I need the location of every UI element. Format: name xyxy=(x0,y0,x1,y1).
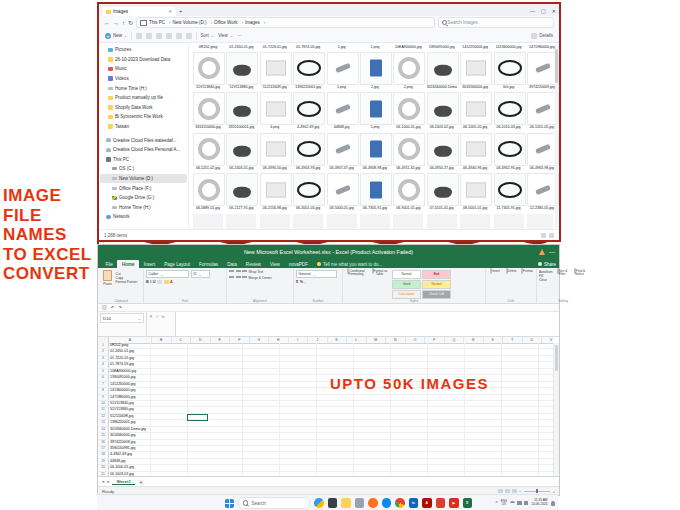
ribbon-tab[interactable]: Home xyxy=(117,260,139,268)
cell-style-chip[interactable]: Normal xyxy=(392,270,421,279)
cell-a-value[interactable]: 1413600000.jpg xyxy=(109,388,152,393)
file-tile[interactable]: 2.jpg xyxy=(360,52,390,90)
cell-a-value[interactable]: 06-1003-02.jpg xyxy=(109,472,152,476)
row-header[interactable] xyxy=(98,420,109,425)
cell-a-value[interactable]: 06-1000-01.jpg xyxy=(109,465,152,470)
ribbon-tab[interactable]: Insert xyxy=(139,260,160,268)
align-right-icon[interactable] xyxy=(242,276,247,280)
next-sheet-icon[interactable]: ▸ xyxy=(107,479,109,484)
row-header[interactable] xyxy=(98,427,109,432)
file-tile[interactable]: 06-2127-91.jpg xyxy=(226,173,256,211)
file-tile[interactable]: 06-3001-05.jpg xyxy=(293,173,323,211)
font-name-select[interactable]: Calibri⌄ xyxy=(146,270,189,278)
share-icon[interactable] xyxy=(176,33,182,39)
font-style-button[interactable]: B xyxy=(146,280,149,284)
number-format-button[interactable]: , xyxy=(305,280,306,284)
row-header[interactable] xyxy=(98,375,109,380)
search-tool-icon[interactable] xyxy=(355,498,365,508)
file-tile[interactable]: 08-0001-01.jpg xyxy=(460,173,490,211)
file-tile[interactable]: 3974220009.jpg xyxy=(527,52,557,90)
nav-arrow-button[interactable]: ↻ xyxy=(128,20,133,26)
ribbon-tab[interactable]: novaPDF xyxy=(284,260,312,268)
file-tile[interactable]: 4.png xyxy=(260,92,290,130)
sidebar-item[interactable]: Home Time (H:) xyxy=(100,83,187,93)
file-tile[interactable]: 07-0101-01.jpg xyxy=(427,173,457,211)
row-header[interactable] xyxy=(98,452,109,457)
file-tile[interactable]: 06-4962-95.jpg xyxy=(494,133,524,171)
ribbon-tab[interactable]: File xyxy=(101,260,117,268)
firefox-icon[interactable] xyxy=(368,498,378,508)
format-cells-button[interactable]: Format xyxy=(520,270,534,273)
file-tile[interactable]: 06-4940-96.jpg xyxy=(460,133,490,171)
rename-icon[interactable] xyxy=(166,33,172,39)
find-select-button[interactable]: Find & Select xyxy=(572,270,588,277)
sidebar-item[interactable]: New Volume (D:) xyxy=(100,174,187,184)
row-header[interactable] xyxy=(98,446,109,451)
format-as-table-button[interactable]: Format as Table xyxy=(369,270,391,277)
breadcrumb-item[interactable]: Images xyxy=(245,20,265,25)
file-tile[interactable]: 51V113880.jpg xyxy=(226,52,256,90)
file-tile[interactable]: 44848.jpg xyxy=(327,92,357,130)
file-tile[interactable]: 06-2156-98.jpg xyxy=(260,173,290,211)
details-button[interactable]: Details xyxy=(531,33,553,39)
acrobat-icon[interactable]: A xyxy=(422,498,432,508)
number-format-select[interactable]: General⌄ xyxy=(296,270,337,278)
adobe-icon[interactable] xyxy=(436,498,446,508)
file-tile[interactable]: 06-5889-01.jpg xyxy=(193,173,223,211)
clear-button[interactable]: Clear xyxy=(539,278,553,282)
row-header[interactable] xyxy=(98,433,109,438)
insert-cells-button[interactable]: Insert xyxy=(488,270,502,273)
widgets-icon[interactable] xyxy=(314,498,324,508)
add-sheet-button[interactable]: + xyxy=(138,479,144,485)
chrome-icon[interactable] xyxy=(395,498,405,508)
file-tile[interactable]: 06-4950-27.jpg xyxy=(427,133,457,171)
file-tile[interactable]: 06-5000-01.jpg xyxy=(327,173,357,211)
view-button[interactable]: View⌄ xyxy=(218,33,233,38)
number-format-button[interactable]: % xyxy=(300,280,303,284)
name-box[interactable]: D14 ⌄ xyxy=(100,313,144,323)
font-color-icon[interactable]: A xyxy=(170,280,173,284)
font-style-button[interactable]: I xyxy=(150,280,151,284)
ribbon-tab[interactable]: Formulas xyxy=(194,260,222,268)
file-tile[interactable]: 4-4902-69.jpg xyxy=(293,92,323,130)
excel-icon[interactable]: X xyxy=(463,498,473,508)
cell-a-value[interactable]: 3590150991.jpg xyxy=(109,446,152,451)
new-button[interactable]: + New⌄ xyxy=(105,33,127,39)
file-tile[interactable]: 06-1003-02.jpg xyxy=(427,92,457,130)
sidebar-item[interactable]: OS (C:) xyxy=(100,164,187,174)
paste-button[interactable]: Paste xyxy=(101,270,114,286)
file-name[interactable]: 01-7220-01.jpg xyxy=(260,45,290,50)
file-tile[interactable]: 3314110000.jpg xyxy=(193,92,223,130)
volume-icon[interactable] xyxy=(517,501,522,505)
save-icon[interactable] xyxy=(102,305,107,310)
sidebar-item[interactable]: Videos xyxy=(100,74,187,84)
sidebar-item[interactable]: Music xyxy=(100,64,187,74)
row-header[interactable] xyxy=(98,465,109,470)
row-header[interactable] xyxy=(98,440,109,445)
file-tile[interactable]: 06-4903-93.jpg xyxy=(293,133,323,171)
row-header[interactable] xyxy=(98,472,109,476)
formula-bar-icon[interactable]: ✓ xyxy=(155,314,159,319)
file-tile[interactable]: 3320100001.jpg xyxy=(226,92,256,130)
delete-icon[interactable] xyxy=(186,33,192,39)
prev-sheet-icon[interactable]: ◂ xyxy=(102,479,104,484)
sheet-scrollbar[interactable] xyxy=(553,343,559,476)
file-tile[interactable]: 51211160R.jpg xyxy=(260,52,290,90)
file-tile[interactable]: 3016560000 Demo.jpg xyxy=(427,52,457,90)
undo-icon[interactable]: ↶ xyxy=(111,305,115,310)
row-header[interactable] xyxy=(98,369,109,374)
formula-bar-icon[interactable]: ✕ xyxy=(149,314,153,319)
align-left-icon[interactable] xyxy=(229,276,234,280)
file-tile[interactable]: 06-2403-01.jpg xyxy=(226,133,256,171)
cell-a-value[interactable]: 0R202.jpeg xyxy=(109,343,152,348)
sort-button[interactable]: Sort⌄ xyxy=(201,33,215,38)
sidebar-item[interactable]: This PC xyxy=(100,155,187,165)
page-break-view-icon[interactable] xyxy=(512,489,517,494)
align-middle-icon[interactable] xyxy=(236,270,241,274)
sheet-tab[interactable]: Sheet1 xyxy=(112,479,134,485)
cut-icon[interactable] xyxy=(136,33,142,39)
breadcrumb[interactable]: This PCNew Volume (D:)Office WorkImages xyxy=(136,17,435,28)
file-tile[interactable]: 06-1010-03.jpg xyxy=(494,92,524,130)
tray-chevron-icon[interactable]: ^ xyxy=(496,501,498,506)
file-tile[interactable]: 06-9001-01.jpg xyxy=(393,173,423,211)
